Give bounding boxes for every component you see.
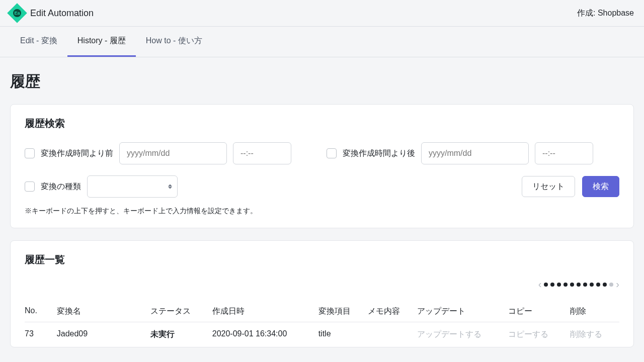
page-dot[interactable]: [564, 283, 568, 287]
before-checkbox[interactable]: [25, 148, 35, 158]
page-dot[interactable]: [570, 283, 574, 287]
col-header-delete: 削除: [570, 306, 619, 317]
col-header-name: 変換名: [57, 306, 150, 317]
search-hint: ※キーボードの上下を押すと、キーボード上で入力情報を設定できます。: [25, 207, 619, 216]
type-label: 変換の種類: [41, 182, 81, 192]
tab-edit[interactable]: Edit - 変換: [10, 27, 67, 57]
search-title: 履歴検索: [25, 117, 619, 130]
header-left: Ea Edit Automation: [10, 6, 94, 20]
content: 履歴 履歴検索 変換作成時間より前 変換作成時間より後 変換の種類: [0, 57, 644, 361]
col-header-no: No.: [25, 306, 57, 317]
page-dot[interactable]: [577, 283, 581, 287]
table-header: No. 変換名 ステータス 作成日時 変換項目 メモ内容 アップデート コピー …: [25, 301, 619, 322]
search-buttons: リセット 検索: [522, 176, 619, 197]
tab-history[interactable]: History - 履歴: [67, 27, 136, 57]
before-time-input[interactable]: [233, 142, 291, 164]
page-dot[interactable]: [603, 283, 607, 287]
chevron-right-icon[interactable]: ›: [616, 279, 619, 290]
reset-button[interactable]: リセット: [522, 176, 575, 197]
search-card: 履歴検索 変換作成時間より前 変換作成時間より後 変換の種類: [10, 104, 634, 228]
search-type-group: 変換の種類: [25, 175, 178, 198]
page-dot[interactable]: [596, 283, 600, 287]
tab-howto[interactable]: How to - 使い方: [136, 27, 212, 57]
pagination: ‹ ›: [25, 279, 619, 290]
cell-no: 73: [25, 329, 57, 340]
col-header-copy: コピー: [508, 306, 570, 317]
cell-status: 未実行: [150, 329, 212, 340]
search-after-group: 変換作成時間より後: [327, 142, 619, 164]
col-header-item: 変換項目: [318, 306, 368, 317]
before-date-input[interactable]: [119, 142, 227, 164]
col-header-status: ステータス: [150, 306, 212, 317]
header: Ea Edit Automation 作成: Shopbase: [0, 0, 644, 27]
cell-item: title: [318, 329, 368, 340]
creator-label: 作成: Shopbase: [577, 8, 634, 19]
cell-name: Jaded09: [57, 329, 150, 340]
chevron-left-icon[interactable]: ‹: [538, 279, 542, 290]
search-button[interactable]: 検索: [582, 176, 619, 197]
after-date-input[interactable]: [421, 142, 529, 164]
after-checkbox[interactable]: [327, 148, 337, 158]
after-label: 変換作成時間より後: [343, 148, 415, 159]
nav-tabs: Edit - 変換 History - 履歴 How to - 使い方: [0, 27, 644, 57]
col-header-date: 作成日時: [212, 306, 318, 317]
page-dot[interactable]: [544, 283, 548, 287]
update-button[interactable]: アップデートする: [417, 329, 508, 340]
table-row: 73 Jaded09 未実行 2020-09-01 16:34:00 title…: [25, 322, 619, 347]
search-row-dates: 変換作成時間より前 変換作成時間より後: [25, 142, 619, 164]
col-header-update: アップデート: [417, 306, 508, 317]
page-dot[interactable]: [609, 283, 613, 287]
app-title: Edit Automation: [30, 8, 94, 19]
cell-date: 2020-09-01 16:34:00: [212, 329, 318, 340]
after-time-input[interactable]: [535, 142, 593, 164]
page-title: 履歴: [10, 71, 634, 92]
select-arrows-icon: [168, 185, 172, 189]
delete-button[interactable]: 削除する: [570, 329, 619, 340]
page-dot[interactable]: [583, 283, 587, 287]
search-row-type: 変換の種類 リセット 検索: [25, 175, 619, 198]
type-checkbox[interactable]: [25, 182, 35, 192]
list-title: 履歴一覧: [25, 253, 619, 266]
col-header-memo: メモ内容: [368, 306, 417, 317]
type-select[interactable]: [87, 175, 178, 198]
app-logo-icon: Ea: [7, 3, 27, 23]
search-before-group: 変換作成時間より前: [25, 142, 317, 164]
page-dot[interactable]: [557, 283, 561, 287]
copy-button[interactable]: コピーする: [508, 329, 570, 340]
before-label: 変換作成時間より前: [41, 148, 113, 159]
page-dot[interactable]: [550, 283, 554, 287]
cell-memo: [368, 329, 417, 340]
list-card: 履歴一覧 ‹ › No. 変換名 ステータス 作成日時 変換項目 メモ内容 アッ…: [10, 240, 634, 347]
page-dot[interactable]: [590, 283, 594, 287]
